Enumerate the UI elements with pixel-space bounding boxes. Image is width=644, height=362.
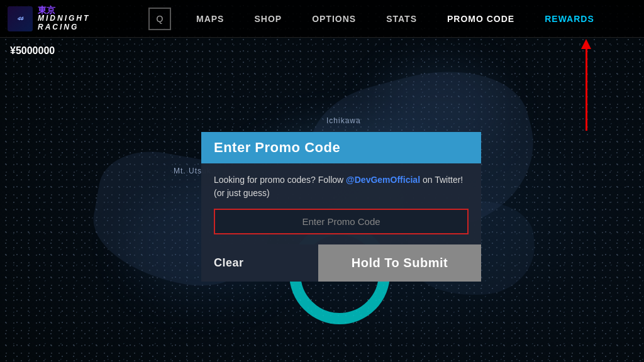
arrow-head [581,39,591,49]
currency-amount: 5000000 [16,45,55,56]
logo-area: 🏎 東京 MIDNIGHT RACING [0,6,138,31]
nav-item-maps[interactable]: MAPS [181,0,239,38]
navbar: 🏎 東京 MIDNIGHT RACING Q MAPS SHOP OPTIONS… [0,0,644,38]
nav-item-rewards[interactable]: REWARDS [530,0,609,38]
currency-display: ¥5000000 [10,45,55,57]
promo-modal: Enter Promo Code Looking for promo codes… [201,132,481,282]
clear-button[interactable]: Clear [201,244,318,282]
nav-item-shop[interactable]: SHOP [239,0,297,38]
twitter-handle[interactable]: @DevGemOfficial [346,175,420,185]
modal-title: Enter Promo Code [214,140,340,155]
logo-name: MIDNIGHT RACING [38,14,90,31]
logo-text: 東京 MIDNIGHT RACING [38,6,90,31]
promo-code-input[interactable] [215,210,467,233]
modal-header: Enter Promo Code [201,132,481,163]
promo-input-wrapper [214,209,469,234]
nav-item-stats[interactable]: STATS [371,0,432,38]
submit-button[interactable]: Hold To Submit [318,244,481,282]
modal-body: Looking for promo codes? Follow @DevGemO… [201,163,481,244]
currency-symbol: ¥ [10,45,16,56]
logo-kanji: 東京 [38,6,90,14]
modal-description: Looking for promo codes? Follow @DevGemO… [214,173,469,200]
nav-items: MAPS SHOP OPTIONS STATS PROMO CODE REWAR… [181,0,644,38]
description-text-before: Looking for promo codes? Follow [214,175,346,185]
nav-item-promo-code[interactable]: PROMO CODE [432,0,530,38]
logo-icon-inner: 🏎 [18,15,23,22]
search-button[interactable]: Q [148,8,171,30]
modal-footer: Clear Hold To Submit [201,244,481,282]
logo-icon: 🏎 [8,6,33,31]
red-arrow [581,39,591,131]
arrow-line [586,49,587,131]
nav-item-options[interactable]: OPTIONS [297,0,371,38]
